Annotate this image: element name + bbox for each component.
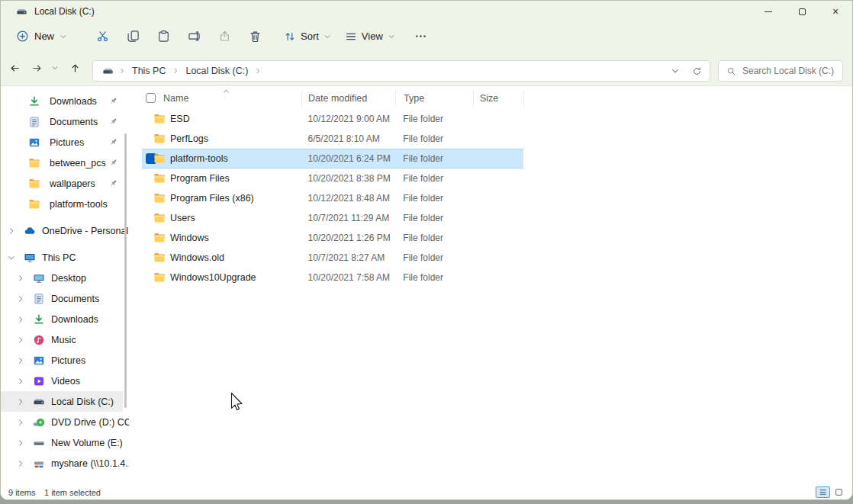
- more-options-button[interactable]: [406, 25, 436, 48]
- file-row-windows[interactable]: Windows10/20/2021 1:26 PMFile folder: [142, 228, 523, 248]
- sidebar-item-label: platform-tools: [50, 199, 108, 210]
- file-row-perflogs[interactable]: PerfLogs6/5/2021 8:10 AMFile folder: [142, 129, 523, 149]
- delete-button[interactable]: [240, 25, 270, 48]
- breadcrumb-item-local-disk-c[interactable]: Local Disk (C:): [184, 66, 249, 76]
- tree-item-label: OneDrive - Personal: [42, 226, 128, 236]
- file-row-program-files-x86[interactable]: Program Files (x86)10/12/2021 8:48 AMFil…: [142, 188, 523, 208]
- chevron-right-icon[interactable]: [16, 335, 25, 345]
- column-header-name[interactable]: Name: [142, 90, 302, 107]
- chevron-right-icon[interactable]: [7, 226, 16, 236]
- tree-item-this-pc[interactable]: This PC: [1, 247, 129, 268]
- chevron-right-icon[interactable]: [16, 459, 25, 468]
- downloads-icon: [33, 313, 45, 326]
- chevron-right-icon[interactable]: [16, 438, 25, 448]
- file-row-esd[interactable]: ESD10/12/2021 9:00 AMFile folder: [142, 109, 523, 129]
- file-type: File folder: [395, 114, 473, 124]
- file-name-label: Program Files (x86): [170, 193, 254, 204]
- sidebar-item-downloads[interactable]: Downloads: [1, 91, 129, 111]
- sidebar-scrollbar[interactable]: [124, 133, 127, 408]
- plus-circle-icon: [16, 30, 29, 43]
- tree-item-desktop[interactable]: Desktop: [1, 268, 129, 288]
- file-date-modified: 10/12/2021 9:00 AM: [302, 114, 396, 124]
- column-header-size[interactable]: Size: [474, 90, 524, 107]
- tree-item-dvd-drive-d-cccoma[interactable]: DVD Drive (D:) CCCOMA: [1, 480, 129, 486]
- chevron-right-icon[interactable]: [16, 274, 25, 283]
- documents-icon: [33, 293, 45, 305]
- file-row-platform-tools[interactable]: platform-tools10/20/2021 6:24 PMFile fol…: [142, 149, 523, 169]
- file-row-program-files[interactable]: Program Files10/20/2021 8:38 PMFile fold…: [142, 169, 523, 188]
- paste-button[interactable]: [148, 25, 179, 48]
- minimize-button[interactable]: [752, 1, 785, 22]
- folder-icon: [153, 212, 166, 224]
- new-button[interactable]: New: [16, 30, 67, 43]
- recent-locations-button[interactable]: [47, 57, 63, 79]
- refresh-icon[interactable]: [692, 66, 702, 76]
- column-header-date-modified[interactable]: Date modified: [302, 90, 396, 107]
- sort-ascending-icon: [222, 87, 230, 95]
- column-header-type[interactable]: Type: [396, 90, 474, 107]
- chevron-right-icon[interactable]: [16, 418, 25, 427]
- chevron-right-icon[interactable]: [16, 356, 25, 365]
- file-name-cell: Users: [142, 208, 302, 228]
- search-input[interactable]: [742, 66, 834, 76]
- chevron-right-icon[interactable]: [16, 294, 25, 303]
- tree-item-music[interactable]: Music: [1, 329, 129, 350]
- forward-button[interactable]: [26, 57, 47, 79]
- file-type: File folder: [395, 233, 473, 243]
- chevron-right-icon[interactable]: [16, 315, 25, 324]
- chevron-right-icon: [172, 67, 179, 75]
- chevron-right-icon[interactable]: [16, 397, 25, 406]
- tree-item-videos[interactable]: Videos: [1, 371, 129, 391]
- tree-item-onedrive-personal[interactable]: OneDrive - Personal: [1, 220, 129, 241]
- sidebar-item-platform-tools[interactable]: platform-tools: [1, 194, 129, 214]
- sidebar-item-between-pcs[interactable]: between_pcs: [1, 152, 129, 173]
- tree-item-myshare-10-1-4-173[interactable]: myshare (\\10.1.4.173) (: [1, 453, 129, 474]
- file-row-windows10upgrade[interactable]: Windows10Upgrade10/20/2021 7:58 AMFile f…: [142, 268, 523, 287]
- maximize-button[interactable]: [785, 1, 819, 22]
- address-bar: This PCLocal Disk (C:): [1, 50, 852, 85]
- file-row-windows-old[interactable]: Windows.old10/7/2021 8:27 AMFile folder: [142, 248, 523, 268]
- tree-item-dvd-drive-d-cccoma[interactable]: DVD Drive (D:) CCCOMA: [1, 412, 129, 432]
- breadcrumb-item-this-pc[interactable]: This PC: [130, 66, 167, 76]
- onedrive-icon: [24, 225, 36, 237]
- copy-button[interactable]: [117, 25, 148, 48]
- quick-access-section: DownloadsDocumentsPicturesbetween_pcswal…: [1, 91, 129, 214]
- file-name-label: PerfLogs: [170, 133, 208, 144]
- tree-item-pictures[interactable]: Pictures: [1, 350, 129, 371]
- tree-item-new-volume-e[interactable]: New Volume (E:): [1, 432, 129, 453]
- back-button[interactable]: [4, 57, 25, 79]
- sidebar-item-wallpapers[interactable]: wallpapers: [1, 173, 129, 194]
- chevron-down-icon[interactable]: [7, 253, 16, 262]
- file-date-modified: 10/12/2021 8:48 AM: [302, 193, 396, 204]
- breadcrumb[interactable]: This PCLocal Disk (C:): [92, 60, 710, 82]
- chevron-right-icon: [254, 67, 262, 75]
- sidebar-item-pictures[interactable]: Pictures: [1, 132, 129, 152]
- file-list: Name Date modified Type Size ESD10/12/20…: [129, 86, 852, 486]
- share-button[interactable]: [209, 25, 240, 48]
- cut-button[interactable]: [87, 25, 117, 48]
- select-all-checkbox[interactable]: [146, 93, 156, 103]
- back-arrow-icon: [9, 63, 21, 74]
- tree-item-label: Local Disk (C:): [51, 396, 114, 407]
- up-button[interactable]: [64, 57, 85, 79]
- sidebar-item-documents[interactable]: Documents: [1, 111, 129, 132]
- details-view-button[interactable]: [816, 486, 830, 498]
- videos-icon: [33, 375, 45, 387]
- network-drive-icon: [33, 457, 45, 470]
- tree-item-local-disk-c[interactable]: Local Disk (C:): [1, 391, 123, 412]
- large-icons-view-button[interactable]: [832, 486, 846, 498]
- address-dropdown-icon[interactable]: [671, 66, 680, 75]
- chevron-down-icon: [323, 33, 331, 40]
- sort-button[interactable]: Sort: [284, 30, 331, 43]
- file-row-users[interactable]: Users10/7/2021 11:29 AMFile folder: [142, 208, 523, 228]
- close-button[interactable]: ×: [819, 1, 852, 22]
- chevron-right-icon[interactable]: [16, 377, 25, 386]
- rename-button[interactable]: [179, 25, 209, 48]
- folder-icon: [153, 113, 166, 125]
- tree-item-downloads[interactable]: Downloads: [1, 309, 129, 329]
- view-button[interactable]: View: [345, 30, 395, 43]
- tree-item-label: Downloads: [51, 314, 98, 325]
- window-controls: ×: [752, 1, 852, 22]
- tree-item-label: Videos: [51, 376, 80, 387]
- tree-item-documents[interactable]: Documents: [1, 288, 129, 309]
